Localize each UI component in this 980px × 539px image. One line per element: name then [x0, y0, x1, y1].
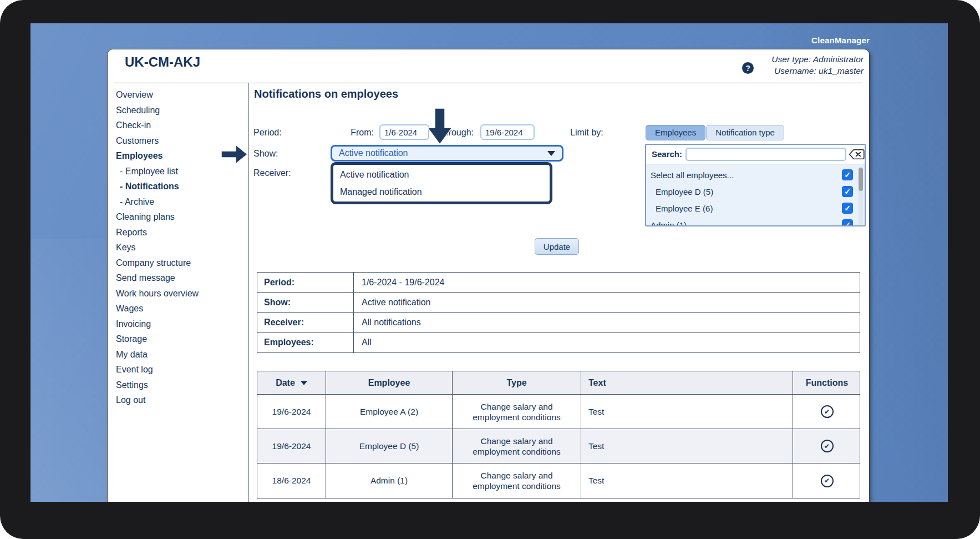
approve-check-icon[interactable]: ✔: [821, 440, 834, 452]
employee-checkbox[interactable]: ✓: [842, 186, 853, 197]
sidebar-item-invoicing[interactable]: Invoicing: [116, 316, 245, 332]
sidebar-item-settings[interactable]: Settings: [116, 377, 245, 393]
table-row: 18/6-2024Admin (1)Change salary and empl…: [257, 464, 860, 498]
list-item-select-all-employees[interactable]: Select all employees...✓: [646, 167, 865, 184]
employee-label: Admin (1): [646, 217, 865, 225]
sidebar-item-send-message[interactable]: Send message: [116, 270, 245, 286]
sidebar-item-wages[interactable]: Wages: [116, 301, 245, 316]
employee-checkbox-list: Select all employees...✓Employee D (5)✓E…: [646, 164, 865, 225]
sidebar-item-overview[interactable]: Overview: [116, 87, 245, 103]
summary-row-employees: Employees:All: [257, 333, 860, 352]
employee-checkbox[interactable]: ✓: [842, 219, 853, 225]
show-dropdown-value: Active notification: [339, 147, 408, 160]
dropdown-option-active-notification[interactable]: Active notification: [333, 166, 550, 183]
cell-type: Change salary and employment conditions: [453, 395, 581, 429]
tab-notification-type[interactable]: Notification type: [706, 125, 784, 140]
sidebar-item-reports[interactable]: Reports: [116, 225, 245, 240]
cell-text: Test: [581, 464, 793, 498]
username-label: Username: uk1_master: [771, 65, 864, 77]
sidebar-item-work-hours-overview[interactable]: Work hours overview: [116, 286, 245, 301]
summary-value: All: [354, 333, 860, 352]
clear-search-icon[interactable]: [849, 149, 865, 160]
column-header-employee: Employee: [326, 371, 453, 394]
sidebar-item-company-structure[interactable]: Company structure: [116, 255, 245, 271]
summary-row-receiver: Receiver:All notifications: [257, 313, 860, 333]
update-button[interactable]: Update: [535, 238, 579, 255]
user-info: User type: Administrator Username: uk1_m…: [771, 53, 864, 77]
from-date-input[interactable]: [379, 124, 429, 140]
sidebar-item-event-log[interactable]: Event log: [116, 362, 245, 377]
sidebar-item-check-in[interactable]: Check-in: [116, 118, 245, 133]
table-header-row: DateEmployeeTypeTextFunctions: [257, 371, 860, 395]
summary-label: Period:: [257, 273, 354, 292]
sidebar-item-my-data[interactable]: My data: [116, 347, 245, 362]
sidebar-divider: [248, 83, 249, 502]
sidebar-item-archive[interactable]: - Archive: [116, 194, 245, 210]
limit-by-tabs: EmployeesNotification type: [646, 125, 784, 140]
tab-employees[interactable]: Employees: [646, 125, 705, 140]
sidebar-item-cleaning-plans[interactable]: Cleaning plans: [116, 209, 245, 225]
cell-type: Change salary and employment conditions: [453, 464, 581, 498]
sidebar-item-scheduling[interactable]: Scheduling: [116, 103, 245, 118]
window-title: UK-CM-AKJ: [125, 54, 200, 70]
page-title: Notifications on employees: [254, 88, 398, 100]
approve-check-icon[interactable]: ✔: [821, 405, 834, 418]
employee-label: Employee D (5): [646, 184, 865, 200]
period-label: Period:: [253, 125, 282, 140]
table-row: 19/6-2024Employee A (2)Change salary and…: [257, 395, 860, 429]
cell-functions: ✔: [793, 395, 861, 429]
cell-employee: Employee A (2): [326, 395, 453, 429]
sidebar-item-keys[interactable]: Keys: [116, 240, 245, 255]
employee-checkbox[interactable]: ✓: [842, 169, 853, 180]
cell-text: Test: [581, 429, 793, 463]
cell-functions: ✔: [793, 429, 861, 463]
column-header-date[interactable]: Date: [257, 371, 326, 394]
device-mockup: CleanManager UK-CM-AKJ ? User type: Admi…: [0, 0, 980, 539]
sidebar-nav: OverviewSchedulingCheck-inCustomersEmplo…: [116, 87, 245, 408]
cell-date: 18/6-2024: [257, 464, 326, 498]
search-label: Search:: [652, 145, 682, 163]
cell-employee: Admin (1): [326, 464, 453, 498]
list-item-employee-e-6[interactable]: Employee E (6)✓: [646, 200, 865, 217]
employee-checkbox[interactable]: ✓: [842, 203, 853, 214]
dropdown-option-managed-notification[interactable]: Managed notification: [333, 183, 550, 200]
help-icon[interactable]: ?: [742, 62, 754, 74]
receiver-label: Receiver:: [253, 165, 291, 180]
header-divider: [114, 83, 862, 83]
cell-date: 19/6-2024: [257, 395, 326, 429]
annotation-arrow-right-icon: [221, 144, 248, 167]
app-window: UK-CM-AKJ ? User type: Administrator Use…: [107, 49, 870, 502]
list-scrollbar[interactable]: [859, 167, 863, 225]
sidebar-item-notifications[interactable]: - Notifications: [116, 179, 245, 194]
chevron-down-icon: [547, 151, 555, 156]
employee-filter-panel: Search: Select all employees...✓Employee…: [645, 144, 866, 226]
user-type-label: User type: Administrator: [771, 53, 864, 65]
notifications-table: DateEmployeeTypeTextFunctions19/6-2024Em…: [257, 371, 860, 498]
cell-employee: Employee D (5): [326, 429, 453, 463]
summary-value: 1/6-2024 - 19/6-2024: [354, 273, 860, 292]
summary-label: Employees:: [257, 333, 354, 352]
through-date-input[interactable]: [480, 124, 535, 140]
annotation-arrow-down-icon: [427, 108, 453, 148]
scrollbar-thumb[interactable]: [859, 168, 863, 191]
summary-value: Active notification: [354, 293, 860, 312]
search-input[interactable]: [686, 148, 846, 161]
cell-date: 19/6-2024: [257, 429, 326, 463]
list-item-admin-1[interactable]: Admin (1)✓: [646, 217, 865, 225]
summary-row-show: Show:Active notification: [257, 293, 860, 313]
show-dropdown-list: Active notificationManaged notification: [331, 162, 552, 204]
from-label: From:: [318, 125, 374, 140]
sidebar-item-log-out[interactable]: Log out: [116, 392, 245, 408]
column-header-type: Type: [453, 371, 581, 394]
list-item-employee-d-5[interactable]: Employee D (5)✓: [646, 184, 865, 200]
filter-summary-table: Period:1/6-2024 - 19/6-2024Show:Active n…: [257, 272, 860, 353]
cell-text: Test: [581, 395, 793, 429]
column-header-functions: Functions: [793, 371, 861, 394]
summary-value: All notifications: [354, 313, 860, 332]
sidebar-item-storage[interactable]: Storage: [116, 331, 245, 347]
summary-label: Show:: [257, 293, 354, 312]
limit-by-label: Limit by:: [570, 125, 603, 140]
sort-descending-icon: [301, 381, 307, 385]
show-label: Show:: [253, 145, 278, 161]
approve-check-icon[interactable]: ✔: [821, 475, 834, 487]
